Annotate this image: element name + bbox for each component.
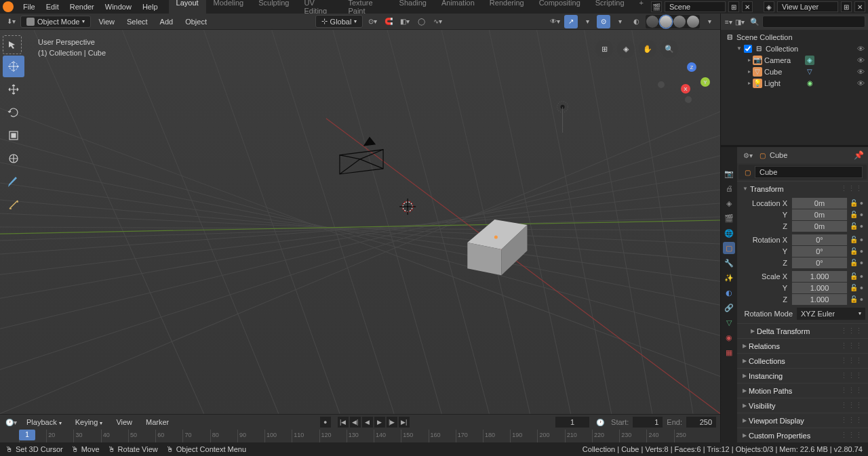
tool-annotate[interactable]	[3, 171, 24, 192]
shading-wireframe[interactable]	[646, 16, 658, 28]
end-frame-input[interactable]: 250	[686, 417, 716, 428]
tool-rotate[interactable]	[3, 102, 24, 123]
viewport-3d[interactable]: User Perspective (1) Collection | Cube	[0, 30, 720, 414]
panel-custom-properties-header[interactable]: ▶ Custom Properties⋮⋮⋮	[737, 428, 868, 442]
scale-x-input[interactable]: 1.000	[791, 271, 848, 282]
tool-select-box[interactable]	[3, 35, 22, 54]
visibility-toggle-icon[interactable]: 👁	[857, 79, 867, 87]
anim-dot[interactable]: •	[860, 260, 865, 266]
tab-material[interactable]: ◉	[723, 331, 735, 344]
lock-icon[interactable]: 🔓	[849, 284, 859, 291]
panel-viewport-display-header[interactable]: ▶ Viewport Display⋮⋮⋮	[737, 413, 868, 428]
editor-type-select[interactable]: ⬇▾	[4, 15, 18, 28]
location-y-input[interactable]: 0m	[791, 209, 848, 220]
lock-icon[interactable]: 🔓	[849, 295, 859, 303]
scale-z-input[interactable]: 1.000	[791, 294, 848, 305]
lock-icon[interactable]: 🔓	[849, 199, 859, 207]
menu-edit[interactable]: Edit	[41, 1, 64, 13]
visibility-toggle-icon[interactable]: 👁	[857, 68, 867, 76]
timeline-menu-playback[interactable]: Playback ▾	[22, 416, 66, 428]
axis-gizmo[interactable]: Z Y X	[671, 62, 712, 103]
shading-options[interactable]: ▾	[703, 15, 716, 28]
visibility-toggle-icon[interactable]: 👁	[857, 45, 867, 53]
lock-icon[interactable]: 🔓	[849, 259, 859, 266]
tab-scene[interactable]: 🎬	[723, 212, 735, 224]
disclosure-triangle-icon[interactable]: ▸	[748, 57, 751, 63]
outliner-cube[interactable]: ▸ ▽ Cube ▽ 👁	[722, 66, 867, 77]
rotation-z-input[interactable]: 0°	[791, 257, 848, 268]
lock-icon[interactable]: 🔓	[849, 272, 859, 280]
view-layer-field[interactable]: View Layer	[777, 1, 838, 12]
tool-scale[interactable]	[3, 125, 24, 146]
axis-y-icon[interactable]: Y	[701, 77, 710, 87]
scene-name-field[interactable]: Scene	[665, 1, 726, 12]
timeline-editor-select[interactable]: 🕐▾	[4, 415, 18, 429]
jump-prev-keyframe-button[interactable]: ◀|	[350, 417, 361, 428]
camera-view-button[interactable]: ⊞	[595, 40, 613, 58]
disclosure-triangle-icon[interactable]: ▸	[748, 68, 751, 75]
object-name-input[interactable]	[755, 166, 863, 178]
anim-dot[interactable]: •	[860, 285, 865, 291]
tab-physics[interactable]: ◐	[723, 287, 735, 299]
tab-object[interactable]: ▢	[723, 242, 735, 254]
scene-browse-icon[interactable]: 🎬	[651, 1, 662, 12]
panel-motion-paths-header[interactable]: ▶ Motion Paths⋮⋮⋮	[737, 383, 868, 398]
menu-render[interactable]: Render	[64, 1, 100, 13]
lock-icon[interactable]: 🔓	[849, 236, 859, 243]
scene-delete-button[interactable]: ✕	[742, 1, 753, 12]
viewport-menu-view[interactable]: View	[94, 16, 119, 28]
current-frame-input[interactable]: 1	[555, 417, 589, 428]
panel-transform-header[interactable]: ▼ Transform ⋮⋮⋮	[737, 181, 868, 196]
tab-mesh[interactable]: ▽	[723, 316, 735, 329]
menu-help[interactable]: Help	[137, 1, 163, 13]
rotation-y-input[interactable]: 0°	[791, 246, 848, 257]
overlays-toggle[interactable]: ⊙	[597, 15, 610, 28]
play-reverse-button[interactable]: ◀	[362, 417, 373, 428]
proportional-edit-toggle[interactable]: ◯	[414, 15, 428, 28]
zoom-button[interactable]: 🔍	[660, 40, 678, 58]
disclosure-triangle-icon[interactable]: ▸	[748, 80, 751, 86]
tab-render[interactable]: 📷	[723, 167, 735, 180]
tab-output[interactable]: 🖨	[723, 182, 735, 194]
outliner-search-input[interactable]	[762, 16, 865, 28]
pin-icon[interactable]: 📌	[854, 150, 864, 160]
tool-move[interactable]	[3, 79, 24, 100]
jump-end-button[interactable]: ▶|	[399, 417, 410, 428]
viewlayer-delete-button[interactable]: ✕	[854, 1, 865, 12]
timeline-menu-keying[interactable]: Keying ▾	[71, 416, 108, 428]
outliner-scene-collection[interactable]: ⊟ Scene Collection	[722, 31, 867, 43]
outliner-camera[interactable]: ▸ 📷 Camera ◈ 👁	[722, 54, 867, 66]
properties-editor-select[interactable]: ⚙▾	[741, 148, 755, 162]
anim-dot[interactable]: •	[860, 237, 865, 243]
viewport-menu-object[interactable]: Object	[180, 16, 212, 28]
jump-start-button[interactable]: |◀	[338, 417, 349, 428]
tab-particles[interactable]: ✨	[723, 272, 735, 284]
disclosure-triangle-icon[interactable]: ▼	[736, 45, 742, 51]
location-z-input[interactable]: 0m	[791, 221, 848, 232]
pivot-select[interactable]: ⊙▾	[366, 15, 379, 28]
menu-window[interactable]: Window	[100, 1, 137, 13]
snap-options[interactable]: ◧▾	[398, 15, 412, 28]
snap-toggle[interactable]: 🧲	[382, 15, 395, 28]
auto-keying-toggle[interactable]: ●	[320, 417, 331, 428]
tab-viewlayer[interactable]: ◈	[723, 197, 735, 209]
tab-world[interactable]: 🌐	[723, 227, 735, 239]
tool-transform[interactable]	[3, 148, 24, 169]
axis-x-icon[interactable]: X	[681, 84, 690, 94]
outliner-collection[interactable]: ▼ ⊟ Collection 👁	[722, 43, 867, 54]
timeline-menu-marker[interactable]: Marker	[141, 416, 174, 428]
lock-icon[interactable]: 🔓	[849, 247, 859, 255]
shading-solid[interactable]	[660, 16, 672, 28]
location-x-input[interactable]: 0m	[791, 198, 848, 209]
pan-button[interactable]: ✋	[639, 40, 656, 58]
anim-dot[interactable]: •	[860, 212, 865, 217]
lock-icon[interactable]: 🔓	[849, 222, 859, 230]
mode-select[interactable]: Object Mode ▾	[20, 16, 91, 28]
perspective-toggle-button[interactable]: ◈	[617, 40, 635, 58]
panel-delta-transform-header[interactable]: ▶ Delta Transform⋮⋮⋮	[737, 323, 868, 338]
outliner-editor-select[interactable]: ≡▾	[725, 15, 732, 28]
gizmo-options[interactable]: ▾	[580, 15, 594, 28]
viewport-menu-add[interactable]: Add	[155, 16, 178, 28]
panel-collections-header[interactable]: ▶ Collections⋮⋮⋮	[737, 353, 868, 368]
jump-next-keyframe-button[interactable]: |▶	[387, 417, 397, 428]
